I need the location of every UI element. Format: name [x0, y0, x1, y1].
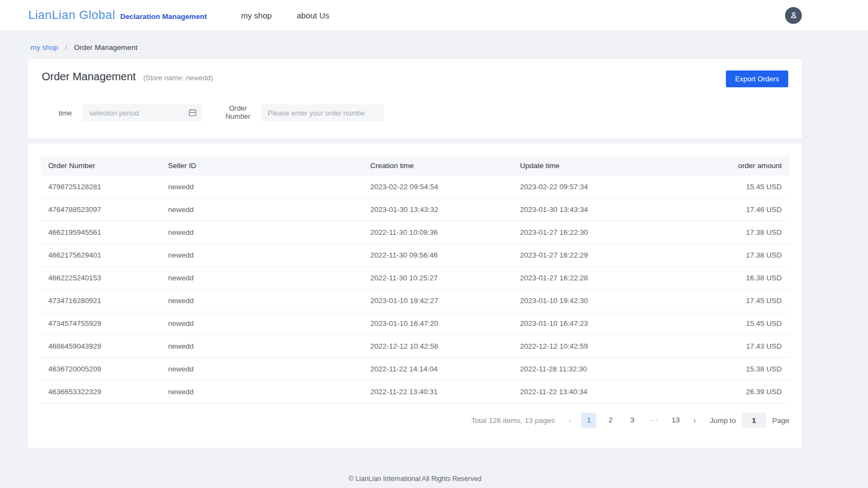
store-name: (Store name: newedd): [143, 74, 213, 82]
export-orders-button[interactable]: Export Orders: [726, 70, 788, 87]
pagination-page-13[interactable]: 13: [668, 413, 683, 428]
cell-order-amount: 17.46 USD: [669, 198, 789, 221]
cell-seller-id: newedd: [161, 198, 363, 221]
cell-order-amount: 17.45 USD: [669, 290, 789, 312]
orders-table: Order Number Seller ID Creation time Upd…: [41, 156, 789, 403]
time-range-input[interactable]: [82, 104, 202, 121]
logo[interactable]: LianLian Global Declaration Management: [28, 8, 207, 22]
cell-update-time: 2023-01-10 16:47:23: [512, 312, 669, 335]
cell-seller-id: newedd: [161, 312, 363, 335]
cell-order-number: 4734716280921: [41, 290, 161, 312]
table-row: 4662175629401 newedd 2022-11-30 09:56:46…: [41, 244, 789, 267]
cell-seller-id: newedd: [161, 335, 363, 358]
cell-order-number: 4636653322329: [41, 381, 161, 403]
table-row: 4662225240153 newedd 2022-11-30 10:25:27…: [41, 267, 789, 290]
cell-order-number: 4662225240153: [41, 267, 161, 290]
page-suffix-label: Page: [772, 416, 789, 425]
cell-update-time: 2022-11-22 13:40:34: [512, 381, 669, 403]
col-header-order-number: Order Number: [41, 156, 161, 176]
top-bar: LianLian Global Declaration Management m…: [0, 0, 868, 31]
table-row: 4764788523097 newedd 2023-01-30 13:43:32…: [41, 198, 789, 221]
order-number-input[interactable]: [261, 104, 384, 121]
cell-creation-time: 2022-11-22 14:14:04: [362, 358, 512, 381]
nav-item-about-us[interactable]: about Us: [284, 1, 342, 30]
pagination-ellipsis: ···: [646, 413, 661, 428]
cell-seller-id: newedd: [161, 358, 363, 381]
cell-update-time: 2022-11-28 11:32:30: [512, 358, 669, 381]
table-row: 4734574755929 newedd 2023-01-10 16:47:20…: [41, 312, 789, 335]
nav-item-my-shop[interactable]: my shop: [228, 1, 284, 30]
filters-card: Order Management (Store name: newedd) Ex…: [28, 59, 802, 138]
order-number-filter-label: Order Number: [222, 105, 254, 121]
pagination-page-2[interactable]: 2: [603, 413, 618, 428]
pagination-page-3[interactable]: 3: [624, 413, 640, 428]
col-header-seller-id: Seller ID: [161, 156, 363, 176]
logo-app-name: Declaration Management: [120, 12, 207, 21]
cell-creation-time: 2023-01-30 13:43:32: [362, 198, 512, 221]
cell-creation-time: 2022-11-30 09:56:46: [362, 244, 512, 267]
breadcrumb-link-my-shop[interactable]: my shop: [30, 43, 58, 52]
user-avatar-button[interactable]: [785, 7, 802, 24]
cell-update-time: 2023-01-27 16:22:29: [512, 244, 669, 267]
pagination: Total 126 items, 13 pages ‹ 123···13 › J…: [41, 413, 789, 428]
cell-order-amount: 17.38 USD: [669, 244, 789, 267]
cell-creation-time: 2022-11-30 10:25:27: [362, 267, 512, 290]
cell-seller-id: newedd: [161, 381, 363, 403]
breadcrumb: my shop / Order Management: [0, 31, 868, 59]
logo-brand-text: LianLian Global: [28, 8, 115, 22]
cell-seller-id: newedd: [161, 267, 363, 290]
cell-order-number: 4686459043929: [41, 335, 161, 358]
table-row: 4686459043929 newedd 2022-12-12 10:42:58…: [41, 335, 789, 358]
cell-order-number: 4764788523097: [41, 198, 161, 221]
cell-order-amount: 17.43 USD: [669, 335, 789, 358]
orders-table-card: Order Number Seller ID Creation time Upd…: [28, 144, 802, 448]
time-filter-label: time: [59, 109, 72, 117]
cell-order-amount: 15.38 USD: [669, 358, 789, 381]
jump-to-label: Jump to: [710, 416, 736, 425]
pagination-summary: Total 126 items, 13 pages: [471, 416, 555, 425]
cell-creation-time: 2022-12-12 10:42:58: [362, 335, 512, 358]
cell-order-amount: 26.39 USD: [669, 381, 789, 403]
breadcrumb-current: Order Management: [74, 43, 137, 52]
table-row: 4798725128281 newedd 2023-02-22 09:54:54…: [41, 176, 789, 198]
cell-creation-time: 2022-11-30 10:09:36: [362, 221, 512, 244]
cell-order-number: 4798725128281: [41, 176, 161, 198]
table-row: 4636653322329 newedd 2022-11-22 13:40:31…: [41, 381, 789, 403]
table-row: 4662195945561 newedd 2022-11-30 10:09:36…: [41, 221, 789, 244]
cell-creation-time: 2022-11-22 13:40:31: [362, 381, 512, 403]
table-row: 4636720005209 newedd 2022-11-22 14:14:04…: [41, 358, 789, 381]
filter-row: time Order Number: [42, 104, 788, 121]
col-header-creation-time: Creation time: [362, 156, 512, 176]
cell-order-number: 4662175629401: [41, 244, 161, 267]
cell-order-amount: 15.45 USD: [669, 312, 789, 335]
col-header-order-amount: order amount: [669, 156, 789, 176]
footer-copyright: © LianLian International All Rights Rese…: [28, 475, 802, 483]
cell-update-time: 2023-02-22 09:57:34: [512, 176, 669, 198]
chevron-right-icon[interactable]: ›: [686, 416, 703, 425]
cell-order-amount: 17.38 USD: [669, 221, 789, 244]
cell-update-time: 2023-01-10 19:42:30: [512, 290, 669, 312]
user-icon: [789, 11, 798, 20]
table-row: 4734716280921 newedd 2023-01-10 19:42:27…: [41, 290, 789, 312]
cell-order-number: 4636720005209: [41, 358, 161, 381]
chevron-left-icon[interactable]: ‹: [561, 416, 578, 425]
cell-order-number: 4734574755929: [41, 312, 161, 335]
page-title-block: Order Management (Store name: newedd): [42, 70, 213, 83]
cell-seller-id: newedd: [161, 176, 363, 198]
jump-to-page-input[interactable]: [742, 413, 766, 428]
table-header-row: Order Number Seller ID Creation time Upd…: [41, 156, 789, 176]
cell-update-time: 2023-01-30 13:43:34: [512, 198, 669, 221]
cell-order-number: 4662195945561: [41, 221, 161, 244]
page-title: Order Management: [42, 70, 136, 82]
cell-update-time: 2023-01-27 16:22:28: [512, 267, 669, 290]
cell-creation-time: 2023-01-10 16:47:20: [362, 312, 512, 335]
main-nav: my shop about Us: [228, 1, 342, 30]
cell-update-time: 2022-12-12 10:42:59: [512, 335, 669, 358]
cell-order-amount: 16.38 USD: [669, 267, 789, 290]
col-header-update-time: Update time: [512, 156, 669, 176]
pagination-page-1[interactable]: 1: [581, 413, 596, 428]
cell-seller-id: newedd: [161, 244, 363, 267]
cell-order-amount: 15.45 USD: [669, 176, 789, 198]
cell-seller-id: newedd: [161, 290, 363, 312]
cell-update-time: 2023-01-27 16:22:30: [512, 221, 669, 244]
